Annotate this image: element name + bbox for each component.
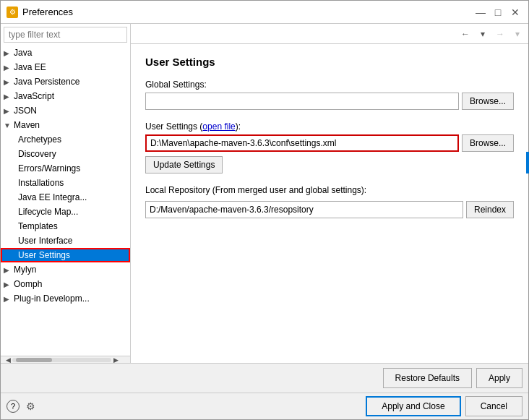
- window-icon: ⚙: [7, 7, 18, 18]
- sidebar-item-archetypes[interactable]: Archetypes: [1, 132, 130, 147]
- scroll-left-btn[interactable]: ◀: [4, 356, 12, 364]
- settings-gear-icon[interactable]: ⚙: [24, 400, 37, 413]
- sidebar-item-label: JSON: [14, 106, 37, 116]
- chevron-icon: ▶: [4, 64, 12, 72]
- panel-toolbar: ← ▾ → ▾: [131, 24, 528, 44]
- scroll-right-btn[interactable]: ▶: [111, 356, 120, 364]
- sidebar-item-label: Plug-in Developm...: [14, 293, 90, 304]
- sidebar-item-label: Mylyn: [14, 265, 36, 275]
- window-title: Preferences: [22, 7, 73, 17]
- sidebar-item-label: Oomph: [14, 279, 42, 289]
- title-bar-left: ⚙ Preferences: [7, 7, 73, 18]
- main-content: ▶ Java ▶ Java EE ▶ Java Persistence ▶ Ja…: [1, 24, 528, 363]
- user-settings-browse-button[interactable]: Browse...: [462, 134, 514, 152]
- sidebar-item-label: Maven: [14, 120, 40, 130]
- sidebar-item-user-interface[interactable]: User Interface: [1, 233, 130, 248]
- sidebar-item-label: JavaScript: [14, 91, 54, 101]
- sidebar-item-java[interactable]: ▶ Java: [1, 46, 130, 60]
- horizontal-scrollbar-thumb[interactable]: [16, 358, 52, 362]
- global-settings-input[interactable]: [145, 93, 459, 110]
- sidebar-item-label: Java EE: [14, 62, 46, 72]
- minimize-button[interactable]: —: [473, 5, 488, 20]
- maximize-button[interactable]: □: [491, 5, 505, 20]
- user-settings-group: User Settings (open file): Browse... Upd…: [145, 121, 514, 173]
- chevron-icon: ▶: [4, 295, 12, 303]
- sidebar-item-installations[interactable]: Installations: [1, 176, 130, 190]
- forward-button[interactable]: →: [492, 27, 508, 41]
- sidebar-item-lifecycle-mappings[interactable]: Lifecycle Map...: [1, 205, 130, 219]
- global-settings-row: Browse...: [145, 93, 514, 110]
- apply-button[interactable]: Apply: [476, 368, 522, 388]
- chevron-icon: ▶: [4, 49, 12, 57]
- sidebar-item-plugin-develop[interactable]: ▶ Plug-in Developm...: [1, 291, 130, 306]
- sidebar-item-label: Archetypes: [18, 134, 61, 145]
- sidebar-item-errors-warnings[interactable]: Errors/Warnings: [1, 161, 130, 176]
- back-button[interactable]: ←: [457, 27, 473, 41]
- sidebar-item-label: User Interface: [18, 236, 72, 246]
- sidebar-item-java-ee-integration[interactable]: Java EE Integra...: [1, 190, 130, 205]
- sidebar-item-java-persistence[interactable]: ▶ Java Persistence: [1, 74, 130, 89]
- global-settings-browse-button[interactable]: Browse...: [462, 93, 514, 110]
- local-repo-label: Local Repository (From merged user and g…: [145, 185, 514, 195]
- filter-input[interactable]: [4, 27, 127, 43]
- preferences-window: ⚙ Preferences — □ ✕ ▶ Java ▶ Java EE: [0, 0, 529, 420]
- sidebar-item-label: Errors/Warnings: [18, 163, 80, 173]
- sidebar-item-discovery[interactable]: Discovery: [1, 147, 130, 161]
- sidebar-item-label: Templates: [18, 221, 58, 231]
- local-repo-input[interactable]: [145, 201, 463, 218]
- sidebar-item-label: Java: [14, 48, 32, 58]
- sidebar-item-json[interactable]: ▶ JSON: [1, 103, 130, 118]
- sidebar-item-label: Installations: [18, 178, 64, 188]
- cancel-button[interactable]: Cancel: [465, 396, 522, 416]
- sidebar-item-maven[interactable]: ▼ Maven: [1, 118, 130, 132]
- chevron-icon: ▶: [4, 266, 12, 274]
- close-button[interactable]: ✕: [508, 5, 522, 20]
- sidebar-item-label: User Settings: [18, 250, 70, 260]
- update-settings-button[interactable]: Update Settings: [145, 156, 223, 173]
- right-panel: ← ▾ → ▾ User Settings Global Settings: B…: [131, 24, 528, 363]
- apply-and-close-button[interactable]: Apply and Close: [366, 396, 460, 416]
- sidebar-item-label: Lifecycle Map...: [18, 207, 78, 217]
- chevron-icon: ▼: [4, 121, 12, 129]
- sidebar-item-templates[interactable]: Templates: [1, 219, 130, 233]
- sidebar-item-oomph[interactable]: ▶ Oomph: [1, 277, 130, 291]
- title-bar: ⚙ Preferences — □ ✕: [1, 1, 528, 24]
- chevron-icon: ▶: [4, 280, 12, 288]
- chevron-icon: ▶: [4, 78, 12, 86]
- sidebar-item-label: Java Persistence: [14, 77, 79, 87]
- local-repo-group: Local Repository (From merged user and g…: [145, 185, 514, 218]
- user-settings-label-text: User Settings (: [145, 121, 202, 132]
- panel-title: User Settings: [145, 56, 514, 68]
- restore-defaults-button[interactable]: Restore Defaults: [383, 368, 472, 388]
- user-settings-input[interactable]: [145, 134, 459, 152]
- reindex-button[interactable]: Reindex: [466, 201, 514, 218]
- user-settings-row: Browse...: [145, 134, 514, 152]
- chevron-icon: ▶: [4, 107, 12, 115]
- back-dropdown-button[interactable]: ▾: [475, 27, 491, 41]
- help-icon[interactable]: ?: [7, 400, 20, 413]
- sidebar-item-mylyn[interactable]: ▶ Mylyn: [1, 262, 130, 277]
- sidebar-item-java-ee[interactable]: ▶ Java EE: [1, 60, 130, 74]
- sidebar-item-javascript[interactable]: ▶ JavaScript: [1, 89, 130, 103]
- sidebar: ▶ Java ▶ Java EE ▶ Java Persistence ▶ Ja…: [1, 24, 131, 363]
- panel-content: User Settings Global Settings: Browse...…: [131, 44, 528, 363]
- tree-container: ▶ Java ▶ Java EE ▶ Java Persistence ▶ Ja…: [1, 46, 130, 356]
- forward-dropdown-button[interactable]: ▾: [509, 27, 525, 41]
- local-repo-row: Reindex: [145, 201, 514, 218]
- bottom-area: Restore Defaults Apply ? ⚙ Apply and Clo…: [1, 363, 528, 419]
- global-settings-label: Global Settings:: [145, 80, 514, 90]
- title-controls: — □ ✕: [473, 5, 522, 20]
- sidebar-item-user-settings[interactable]: User Settings: [1, 248, 130, 262]
- user-settings-label: User Settings (open file):: [145, 121, 514, 132]
- user-settings-label-end: ):: [236, 121, 241, 132]
- sidebar-item-label: Discovery: [18, 149, 56, 159]
- global-settings-group: Global Settings: Browse...: [145, 80, 514, 110]
- chevron-icon: ▶: [4, 93, 12, 100]
- sidebar-item-label: Java EE Integra...: [18, 192, 87, 202]
- open-file-link[interactable]: open file: [202, 121, 235, 132]
- action-row: Restore Defaults Apply: [1, 364, 528, 393]
